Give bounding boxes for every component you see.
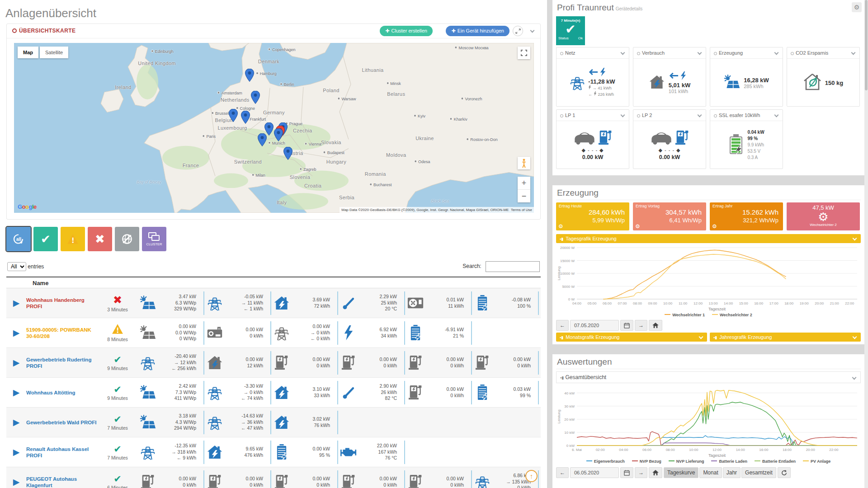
table-row[interactable]: ▶Renault Autohaus Kassel PROFI✔7 Minutes…	[6, 437, 541, 467]
pegman-button[interactable]	[518, 157, 530, 169]
create-cluster-button[interactable]: ✚Cluster erstellen	[380, 26, 433, 36]
play-button[interactable]: ▶	[6, 477, 26, 487]
filter-ok-button[interactable]: ✔	[33, 227, 58, 251]
legend-item[interactable]: Wechselrichter 2	[712, 313, 752, 317]
date-field[interactable]: 07.05.2020	[570, 320, 619, 331]
device-name-link[interactable]: Gewerbebetrieb Wald PROFI	[26, 419, 98, 426]
tower-icon	[204, 295, 225, 311]
map-pin-blue[interactable]	[229, 109, 238, 122]
entries-label: entries	[28, 263, 44, 270]
status-tile[interactable]: 7 Minute(n) ✔ StatusOk	[556, 16, 585, 45]
map-pin-blue[interactable]	[241, 111, 250, 124]
next-day-button[interactable]: →	[635, 320, 647, 331]
verbrauch-card-header[interactable]: Verbrauch	[633, 47, 706, 59]
scroll-to-top-button[interactable]: ↑	[525, 470, 538, 482]
device-name-link[interactable]: PEUGEOT Autohaus Klagenfurt	[26, 476, 98, 488]
legend-item[interactable]: PV Anlage	[803, 459, 830, 464]
map-pin-blue[interactable]	[283, 147, 292, 160]
legend-item[interactable]: Batterie Laden	[711, 459, 747, 464]
table-row[interactable]: ▶Gewerbebetrieb Ruderting PROFI✔9 Minute…	[6, 348, 541, 378]
prev-day-button[interactable]: ←	[556, 467, 569, 478]
map-type-satellite-button[interactable]: Satellite	[40, 47, 68, 58]
tagesgrafik-bar[interactable]: ▪▮Tagesgrafik Erzeugung	[556, 234, 861, 243]
play-button[interactable]: ▶	[6, 298, 26, 308]
europe-map[interactable]: United KingdomIrelandFranceGermanyPoland…	[14, 43, 534, 213]
legend-item[interactable]: Wechselrichter 1	[665, 313, 705, 317]
filter-cluster-button[interactable]: CLUSTER	[142, 227, 166, 251]
table-row[interactable]: ▶Wohnhaus Altötting✔9 Minutes2.42 kW7.3 …	[6, 378, 541, 408]
map-pin-blue[interactable]	[245, 69, 254, 82]
gear-icon[interactable]: ⚙	[712, 223, 717, 230]
legend-item[interactable]: Batterie Entladen	[755, 459, 796, 464]
tab-jahr[interactable]: Jahr	[723, 467, 741, 478]
add-device-button[interactable]: ✚Ein Gerät hinzufügen	[446, 26, 509, 36]
table-row[interactable]: ▶51909-00005: POWRBANK 30-60/2088 Minute…	[6, 318, 541, 348]
legend-item[interactable]: NVP Bezug	[632, 459, 661, 464]
jahresgrafik-bar[interactable]: ▪▮Jahresgrafik Erzeugung	[710, 333, 861, 342]
map-pin-blue[interactable]	[258, 133, 267, 146]
grid-feed-in: → 41 kWh	[588, 85, 615, 91]
refresh-button[interactable]	[778, 467, 791, 478]
device-name-link[interactable]: Wohnhaus Handenberg PROFI	[26, 297, 98, 310]
tab-tageskurve[interactable]: Tageskurve	[664, 467, 698, 478]
yield-tile[interactable]: Ertrag Vortag304,57 kWh6,41 Wh/Wp⚙	[633, 202, 706, 230]
play-button[interactable]: ▶	[6, 447, 26, 457]
next-day-button[interactable]: →	[635, 467, 647, 478]
table-row[interactable]: ▶Wohnhaus Handenberg PROFI✖3 Minutes3.47…	[6, 288, 541, 318]
home-button[interactable]	[649, 320, 662, 331]
table-header-name[interactable]: Name	[6, 277, 541, 288]
home-button[interactable]	[649, 467, 662, 478]
map-pin-blue[interactable]	[251, 91, 260, 104]
co2-card-header[interactable]: CO2 Ersparnis	[787, 47, 859, 59]
play-button[interactable]: ▶	[6, 328, 26, 338]
expand-button[interactable]	[513, 26, 523, 36]
inverter-tile[interactable]: 47,5 kW⚙Wechselrichter 2	[787, 202, 860, 230]
search-input[interactable]	[486, 261, 540, 272]
table-row[interactable]: ▶PEUGEOT Autohaus Klagenfurt✔6 Minutes0.…	[6, 467, 541, 488]
date-field[interactable]: 06.05.2020	[570, 467, 619, 478]
map-type-map-button[interactable]: Map	[18, 47, 38, 58]
filter-offline-button[interactable]	[115, 227, 139, 251]
tab-gesamtzeit[interactable]: Gesamtzeit	[741, 467, 776, 478]
erzeugung-card-header[interactable]: Erzeugung	[710, 47, 783, 59]
chevron-down-icon[interactable]	[530, 28, 535, 33]
play-button[interactable]: ▶	[6, 357, 26, 368]
filter-all-button[interactable]: all	[6, 227, 31, 251]
lp1-card-header[interactable]: LP 1	[557, 110, 629, 121]
gesamtuebersicht-bar[interactable]: ▪▮ Gesamtübersicht	[556, 371, 861, 383]
yield-tile[interactable]: Ertrag Heute284,60 kWh5,99 Wh/Wp⚙	[556, 202, 629, 230]
filter-error-button[interactable]: ✖	[88, 227, 112, 251]
scrollbar-thumb[interactable]	[865, 0, 868, 90]
map-pin-blue[interactable]	[274, 128, 283, 141]
zoom-out-button[interactable]: −	[518, 190, 530, 202]
monatsgrafik-bar[interactable]: ▪▮Monatsgrafik Erzeugung	[556, 333, 707, 342]
netz-card-header[interactable]: Netz	[557, 47, 629, 59]
co2-card-body: 150 kg	[787, 59, 859, 106]
battery-card-header[interactable]: SSL esafer 10kWh	[710, 110, 783, 121]
yield-tile[interactable]: Ertrag Jahr15.262 kWh321,2 Wh/Wp⚙	[710, 202, 783, 230]
map-attribution: Map Data ©2020 GeoBasis-DE/BKG (©2009), …	[340, 207, 534, 213]
device-name-link[interactable]: Gewerbebetrieb Ruderting PROFI	[26, 357, 98, 369]
fullscreen-button[interactable]	[518, 47, 530, 59]
tab-monat[interactable]: Monat	[699, 467, 722, 478]
calendar-button[interactable]	[620, 320, 633, 331]
prev-day-button[interactable]: ←	[556, 320, 569, 331]
device-name-link[interactable]: 51909-00005: POWRBANK 30-60/208	[26, 327, 98, 339]
zoom-in-button[interactable]: +	[518, 177, 530, 189]
terms-of-use-link[interactable]: Terms of Use	[511, 208, 532, 212]
gear-icon[interactable]: ⚙	[558, 223, 563, 230]
legend-item[interactable]: NVP Lieferung	[669, 459, 704, 464]
filter-warning-button[interactable]	[61, 227, 85, 251]
entries-select[interactable]: All	[7, 262, 26, 271]
gear-icon[interactable]: ⚙	[635, 223, 640, 230]
device-name-link[interactable]: Wohnhaus Altötting	[26, 389, 98, 396]
legend-item[interactable]: Eigenverbrauch	[586, 459, 625, 464]
settings-gear-button[interactable]: ⚙	[852, 2, 862, 12]
play-button[interactable]: ▶	[6, 387, 26, 398]
calendar-button[interactable]	[620, 467, 633, 478]
lp2-card-header[interactable]: LP 2	[633, 110, 706, 121]
table-row[interactable]: ▶Gewerbebetrieb Wald PROFI✔7 Minutes3.18…	[6, 408, 541, 437]
device-name-link[interactable]: Renault Autohaus Kassel PROFI	[26, 446, 98, 459]
page-scrollbar[interactable]	[864, 0, 868, 488]
play-button[interactable]: ▶	[6, 417, 26, 427]
